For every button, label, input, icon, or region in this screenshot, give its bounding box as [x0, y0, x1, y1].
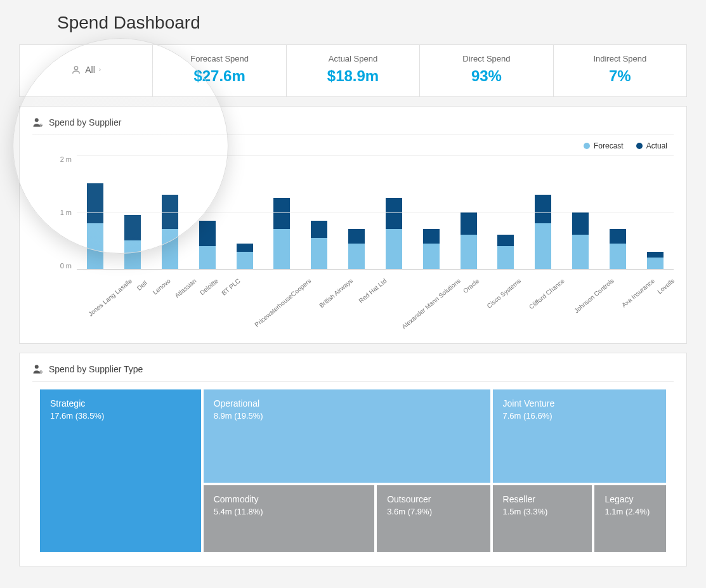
- kpi-forecast-spend: Forecast Spend $27.6m: [152, 45, 285, 96]
- treemap-value: 17.6m (38.5%): [50, 411, 191, 421]
- bar-segment-forecast: [199, 246, 216, 269]
- bar-segment-actual: [124, 215, 141, 241]
- treemap-cell-commodity[interactable]: Commodity 5.4m (11.8%): [202, 484, 376, 553]
- bar-segment-actual: [348, 229, 365, 244]
- bar-segment-actual: [497, 235, 514, 246]
- treemap-name: Operational: [214, 398, 480, 408]
- chevron-right-icon: ›: [99, 66, 101, 73]
- bar-segment-actual: [610, 229, 626, 244]
- x-labels: Jones Lang LasalleDellLenovoAtlassianDel…: [77, 273, 674, 280]
- legend-actual[interactable]: Actual: [636, 141, 667, 150]
- treemap-value: 5.4m (11.8%): [214, 507, 365, 516]
- kpi-label: Actual Spend: [293, 54, 413, 63]
- x-label: Johnson Controls: [573, 277, 615, 314]
- panel-spend-by-supplier-type: Spend by Supplier Type Strategic 17.6m (…: [19, 353, 687, 566]
- kpi-label: Direct Spend: [426, 54, 546, 63]
- y-axis: 2 m 1 m 0 m: [51, 155, 77, 270]
- svg-point-1: [35, 118, 39, 122]
- bar-segment-forecast: [535, 223, 551, 269]
- legend-label: Forecast: [594, 141, 624, 150]
- treemap-cell-operational[interactable]: Operational 8.9m (19.5%): [202, 388, 492, 484]
- treemap-name: Joint Venture: [503, 398, 656, 408]
- treemap: Strategic 17.6m (38.5%) Operational 8.9m…: [39, 388, 667, 553]
- x-label: Dell: [133, 277, 152, 294]
- bar-segment-actual: [87, 183, 103, 223]
- x-label: Atlassian: [174, 277, 198, 299]
- bar-segment-forecast: [348, 244, 365, 270]
- x-label: Clifford Chance: [528, 277, 566, 311]
- bar-segment-forecast: [273, 229, 290, 269]
- bars-container: [77, 155, 674, 270]
- kpi-value: $18.9m: [293, 67, 413, 85]
- panel-title: Spend by Supplier: [49, 117, 121, 127]
- bar-segment-actual: [647, 252, 664, 258]
- svg-point-0: [75, 66, 78, 69]
- treemap-cell-strategic[interactable]: Strategic 17.6m (38.5%): [39, 388, 202, 553]
- kpi-value: 7%: [560, 67, 680, 85]
- kpi-value: $27.6m: [159, 67, 279, 85]
- treemap-value: 3.6m (7.9%): [387, 507, 480, 516]
- x-label: Lovells: [656, 277, 676, 295]
- bar-segment-forecast: [237, 252, 253, 269]
- bar-segment-actual: [311, 221, 327, 238]
- x-label: Deloitte: [199, 277, 219, 296]
- bar-segment-forecast: [162, 229, 178, 269]
- bar-segment-forecast: [610, 244, 626, 270]
- treemap-cell-joint-venture[interactable]: Joint Venture 7.6m (16.6%): [492, 388, 667, 484]
- bar-segment-actual: [535, 195, 551, 223]
- x-label: Alexander Mann Solutions: [400, 277, 462, 330]
- panel-spend-by-supplier: Spend by Supplier Forecast Actual 2 m 1 …: [19, 106, 687, 344]
- bar-segment-actual: [386, 198, 402, 230]
- treemap-name: Outsourcer: [387, 494, 480, 504]
- bar-segment-actual: [572, 212, 589, 235]
- kpi-direct-spend: Direct Spend 93%: [419, 45, 552, 96]
- bar-segment-forecast: [461, 235, 477, 269]
- y-tick: 2 m: [51, 155, 72, 163]
- treemap-value: 1.5m (3.3%): [503, 507, 582, 516]
- kpi-label: Forecast Spend: [159, 54, 279, 63]
- treemap-value: 7.6m (16.6%): [503, 411, 656, 421]
- legend-forecast[interactable]: Forecast: [584, 141, 624, 150]
- kpi-row: All › Forecast Spend $27.6m Actual Spend…: [19, 44, 687, 97]
- x-label: Lenovo: [152, 277, 172, 296]
- kpi-indirect-spend: Indirect Spend 7%: [553, 45, 686, 96]
- y-tick: 1 m: [51, 209, 72, 216]
- svg-point-3: [35, 365, 39, 369]
- bar-segment-forecast: [124, 240, 141, 269]
- page-title: Spend Dashboard: [19, 13, 687, 33]
- treemap-value: 8.9m (19.5%): [214, 411, 480, 421]
- bar-segment-actual: [273, 198, 290, 230]
- treemap-value: 1.1m (2.4%): [605, 507, 656, 516]
- treemap-cell-reseller[interactable]: Reseller 1.5m (3.3%): [492, 484, 594, 553]
- panel-title: Spend by Supplier Type: [49, 364, 143, 374]
- bar-segment-actual: [461, 212, 477, 235]
- treemap-name: Commodity: [214, 494, 365, 504]
- legend-label: Actual: [646, 141, 667, 150]
- bar-segment-forecast: [87, 223, 103, 269]
- legend-swatch-actual: [636, 143, 643, 149]
- legend-swatch-forecast: [584, 143, 590, 149]
- bar-chart: 2 m 1 m 0 m Jones Lang LasalleDellLenovo…: [32, 155, 674, 330]
- x-label: Axa Insurance: [620, 277, 656, 309]
- treemap-cell-legacy[interactable]: Legacy 1.1m (2.4%): [593, 484, 667, 553]
- supplier-icon: [32, 363, 44, 375]
- bar-segment-actual: [423, 229, 440, 244]
- x-label: PricewaterhouseCoopers: [254, 277, 313, 329]
- kpi-actual-spend: Actual Spend $18.9m: [286, 45, 419, 96]
- x-label: Red Hat Ltd: [357, 277, 388, 304]
- filter-label: All: [85, 65, 95, 75]
- treemap-name: Reseller: [503, 494, 582, 504]
- x-label: Oracle: [462, 277, 481, 294]
- bar-segment-actual: [199, 221, 216, 247]
- kpi-value: 93%: [426, 67, 546, 85]
- x-label: BT PLC: [220, 277, 242, 297]
- bar-segment-forecast: [386, 229, 402, 269]
- x-label: British Airways: [318, 277, 354, 309]
- kpi-label: Indirect Spend: [560, 54, 680, 63]
- bar-segment-forecast: [647, 258, 664, 269]
- filter-all[interactable]: All ›: [20, 45, 152, 96]
- user-icon: [71, 65, 81, 75]
- treemap-cell-outsourcer[interactable]: Outsourcer 3.6m (7.9%): [376, 484, 491, 553]
- treemap-name: Strategic: [50, 398, 191, 408]
- bar-segment-forecast: [572, 235, 589, 269]
